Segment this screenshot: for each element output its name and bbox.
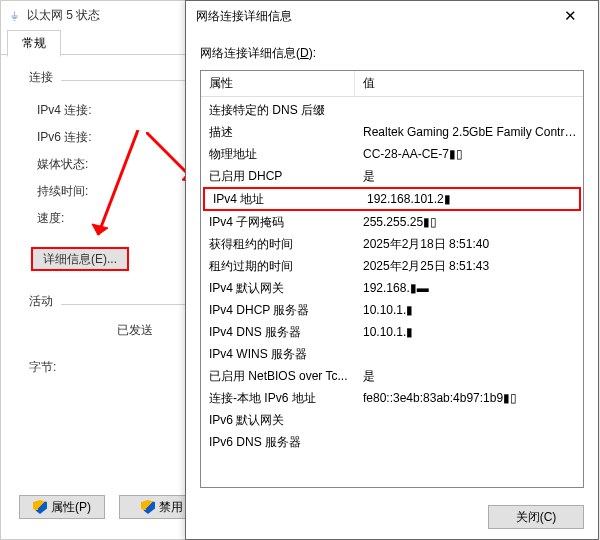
value-cell: 是 (355, 168, 583, 185)
value-cell: 10.10.1.▮ (355, 325, 583, 339)
table-row[interactable]: IPv6 默认网关 (201, 409, 583, 431)
details-title: 网络连接详细信息 (196, 8, 292, 25)
table-row[interactable]: IPv4 默认网关192.168.▮▬ (201, 277, 583, 299)
label-speed: 速度: (37, 210, 123, 227)
property-cell: IPv6 DNS 服务器 (201, 434, 355, 451)
property-cell: 已启用 DHCP (201, 168, 355, 185)
label-duration: 持续时间: (37, 183, 123, 200)
property-cell: IPv4 DNS 服务器 (201, 324, 355, 341)
details-list-label: 网络连接详细信息(D): (200, 45, 584, 62)
property-cell: 租约过期的时间 (201, 258, 355, 275)
table-row[interactable]: 获得租约的时间2025年2月18日 8:51:40 (201, 233, 583, 255)
label-ipv4-connectivity: IPv4 连接: (37, 102, 123, 119)
property-cell: 描述 (201, 124, 355, 141)
label-media-state: 媒体状态: (37, 156, 123, 173)
properties-button[interactable]: 属性(P) (19, 495, 105, 519)
table-row[interactable]: 租约过期的时间2025年2月25日 8:51:43 (201, 255, 583, 277)
table-row[interactable]: IPv4 DHCP 服务器10.10.1.▮ (201, 299, 583, 321)
property-cell: IPv4 地址 (205, 191, 359, 208)
column-property[interactable]: 属性 (201, 71, 355, 96)
table-row[interactable]: 连接特定的 DNS 后缀 (201, 99, 583, 121)
disable-button-label: 禁用 (159, 499, 183, 516)
table-row[interactable]: 连接-本地 IPv6 地址fe80::3e4b:83ab:4b97:1b9▮▯ (201, 387, 583, 409)
property-cell: 连接-本地 IPv6 地址 (201, 390, 355, 407)
details-listbox[interactable]: 属性 值 连接特定的 DNS 后缀描述Realtek Gaming 2.5GbE… (200, 70, 584, 488)
table-row[interactable]: 已启用 NetBIOS over Tc...是 (201, 365, 583, 387)
value-cell: 是 (355, 368, 583, 385)
details-button[interactable]: 详细信息(E)... (31, 247, 129, 271)
shield-icon (141, 500, 155, 514)
close-button[interactable]: 关闭(C) (488, 505, 584, 529)
property-cell: IPv4 子网掩码 (201, 214, 355, 231)
network-details-dialog: 网络连接详细信息 ✕ 网络连接详细信息(D): 属性 值 连接特定的 DNS 后… (185, 0, 599, 540)
label-ipv6-connectivity: IPv6 连接: (37, 129, 123, 146)
status-title: 以太网 5 状态 (27, 7, 100, 24)
table-row[interactable]: 描述Realtek Gaming 2.5GbE Family Controlle (201, 121, 583, 143)
column-value[interactable]: 值 (355, 71, 583, 96)
property-cell: IPv4 WINS 服务器 (201, 346, 355, 363)
value-cell: Realtek Gaming 2.5GbE Family Controlle (355, 125, 583, 139)
value-cell: 2025年2月25日 8:51:43 (355, 258, 583, 275)
table-row[interactable]: 已启用 DHCP是 (201, 165, 583, 187)
table-row[interactable]: IPv4 子网掩码255.255.25▮▯ (201, 211, 583, 233)
value-cell: 192.168.101.2▮ (359, 192, 579, 206)
properties-button-label: 属性(P) (51, 499, 91, 516)
tab-general[interactable]: 常规 (7, 30, 61, 57)
value-cell: 10.10.1.▮ (355, 303, 583, 317)
value-cell: 255.255.25▮▯ (355, 215, 583, 229)
shield-icon (33, 500, 47, 514)
property-cell: IPv6 默认网关 (201, 412, 355, 429)
table-row[interactable]: IPv4 地址192.168.101.2▮ (203, 187, 581, 211)
table-row[interactable]: 物理地址CC-28-AA-CE-7▮▯ (201, 143, 583, 165)
list-header[interactable]: 属性 值 (201, 71, 583, 97)
property-cell: 已启用 NetBIOS over Tc... (201, 368, 355, 385)
table-row[interactable]: IPv6 DNS 服务器 (201, 431, 583, 453)
value-cell: 2025年2月18日 8:51:40 (355, 236, 583, 253)
value-cell: CC-28-AA-CE-7▮▯ (355, 147, 583, 161)
table-row[interactable]: IPv4 WINS 服务器 (201, 343, 583, 365)
property-cell: 连接特定的 DNS 后缀 (201, 102, 355, 119)
property-cell: IPv4 DHCP 服务器 (201, 302, 355, 319)
details-titlebar[interactable]: 网络连接详细信息 ✕ (186, 1, 598, 31)
section-connection: 连接 (29, 69, 53, 86)
property-cell: 获得租约的时间 (201, 236, 355, 253)
section-activity: 活动 (29, 293, 53, 310)
table-row[interactable]: IPv4 DNS 服务器10.10.1.▮ (201, 321, 583, 343)
value-cell: 192.168.▮▬ (355, 281, 583, 295)
label-bytes: 字节: (29, 359, 115, 376)
network-icon: ⏚ (7, 8, 21, 22)
property-cell: IPv4 默认网关 (201, 280, 355, 297)
value-cell: fe80::3e4b:83ab:4b97:1b9▮▯ (355, 391, 583, 405)
property-cell: 物理地址 (201, 146, 355, 163)
close-icon[interactable]: ✕ (550, 4, 590, 28)
